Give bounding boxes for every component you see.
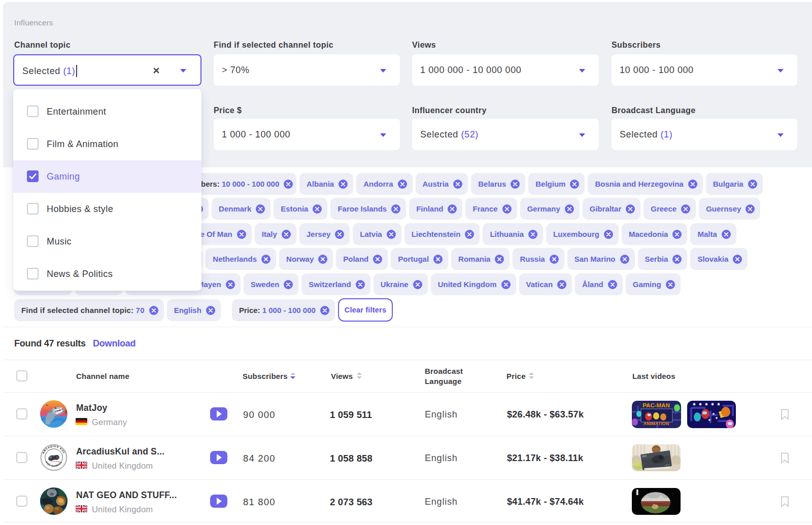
svg-text:PAC-MAN: PAC-MAN — [642, 402, 669, 408]
svg-text:Gaming: Gaming — [51, 460, 60, 463]
svg-text:ANIMATION: ANIMATION — [644, 421, 669, 426]
